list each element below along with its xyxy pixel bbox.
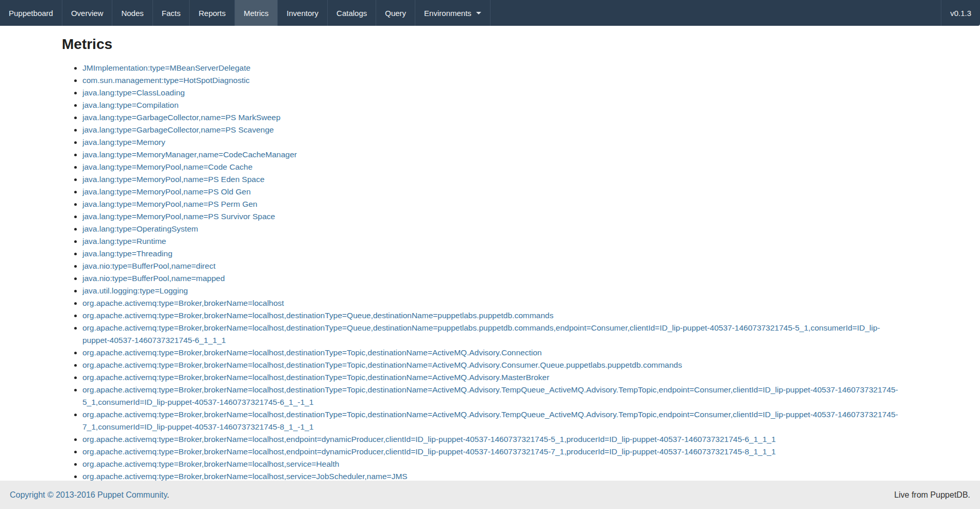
metric-link[interactable]: org.apache.activemq:type=Broker,brokerNa… (82, 360, 682, 369)
metric-link[interactable]: java.lang:type=GarbageCollector,name=PS … (82, 125, 274, 134)
metric-link[interactable]: java.lang:type=MemoryPool,name=Code Cach… (82, 162, 252, 171)
metric-link[interactable]: java.util.logging:type=Logging (82, 286, 188, 295)
metric-list-item: java.lang:type=OperatingSystem (82, 223, 907, 235)
nav-item-label: Nodes (121, 9, 143, 18)
metric-list-item: org.apache.activemq:type=Broker,brokerNa… (82, 371, 907, 384)
navbar-right: v0.1.3 (941, 0, 980, 26)
metric-link[interactable]: java.lang:type=MemoryPool,name=PS Perm G… (82, 200, 257, 208)
metric-list-item: java.lang:type=MemoryManager,name=CodeCa… (82, 149, 907, 161)
metric-list-item: org.apache.activemq:type=Broker,brokerNa… (82, 309, 907, 322)
metric-list-item: org.apache.activemq:type=Broker,brokerNa… (82, 446, 907, 458)
navbar-items: Puppetboard Overview Nodes Facts Reports (0, 0, 491, 26)
copyright-suffix: . (167, 490, 169, 499)
metric-list-item: org.apache.activemq:type=Broker,brokerNa… (82, 297, 907, 309)
metric-link[interactable]: org.apache.activemq:type=Broker,brokerNa… (82, 472, 408, 481)
metric-list-item: java.lang:type=MemoryPool,name=PS Surviv… (82, 210, 907, 223)
metric-link[interactable]: java.lang:type=Runtime (82, 237, 166, 245)
copyright-link[interactable]: Copyright © 2013-2016 Puppet Community (10, 490, 167, 499)
metric-link[interactable]: org.apache.activemq:type=Broker,brokerNa… (82, 311, 553, 320)
nav-item-label: Overview (71, 9, 104, 18)
metric-link[interactable]: java.lang:type=ClassLoading (82, 88, 185, 97)
metric-link[interactable]: java.lang:type=Compilation (82, 101, 179, 109)
metric-list-item: org.apache.activemq:type=Broker,brokerNa… (82, 322, 907, 347)
nav-item-label: Reports (198, 9, 226, 18)
puppetdb-status: Live from PuppetDB. (894, 490, 970, 500)
metric-link[interactable]: org.apache.activemq:type=Broker,brokerNa… (82, 299, 284, 307)
metric-link[interactable]: java.lang:type=Threading (82, 249, 173, 258)
metric-list-item: java.lang:type=Runtime (82, 235, 907, 248)
metric-list-item: java.lang:type=Memory (82, 136, 907, 149)
metric-list-item: com.sun.management:type=HotSpotDiagnosti… (82, 74, 907, 87)
metric-list-item: java.lang:type=Compilation (82, 99, 907, 111)
metric-link[interactable]: org.apache.activemq:type=Broker,brokerNa… (82, 435, 776, 444)
metric-link[interactable]: java.lang:type=MemoryPool,name=PS Old Ge… (82, 187, 251, 196)
metric-link[interactable]: org.apache.activemq:type=Broker,brokerNa… (82, 373, 549, 382)
metric-link[interactable]: java.nio:type=BufferPool,name=direct (82, 261, 215, 270)
nav-item-label: Metrics (244, 9, 268, 18)
metric-link[interactable]: org.apache.activemq:type=Broker,brokerNa… (82, 447, 776, 456)
metric-list-item: org.apache.activemq:type=Broker,brokerNa… (82, 408, 907, 433)
version-text: v0.1.3 (950, 9, 971, 18)
nav-item-label: Facts (162, 9, 181, 18)
nav-item-label: Puppetboard (9, 9, 53, 18)
metric-link[interactable]: java.lang:type=OperatingSystem (82, 224, 198, 233)
page-title: Metrics (62, 35, 907, 54)
metric-link[interactable]: java.lang:type=Memory (82, 138, 165, 146)
metric-list-item: org.apache.activemq:type=Broker,brokerNa… (82, 384, 907, 408)
nav-item-catalogs[interactable]: Catalogs (328, 0, 376, 26)
main-content: Metrics JMImplementation:type=MBeanServe… (0, 35, 980, 509)
metric-list-item: JMImplementation:type=MBeanServerDelegat… (82, 62, 907, 74)
nav-item-facts[interactable]: Facts (153, 0, 190, 26)
metric-link[interactable]: org.apache.activemq:type=Broker,brokerNa… (82, 410, 898, 431)
metric-list-item: java.lang:type=ClassLoading (82, 87, 907, 99)
metric-list-item: java.lang:type=MemoryPool,name=PS Old Ge… (82, 186, 907, 198)
nav-item-nodes[interactable]: Nodes (112, 0, 153, 26)
nav-item-overview[interactable]: Overview (62, 0, 113, 26)
metric-list-item: java.util.logging:type=Logging (82, 285, 907, 297)
metric-list-item: java.lang:type=Threading (82, 248, 907, 260)
nav-item-puppetboard[interactable]: Puppetboard (0, 0, 62, 26)
metric-link[interactable]: java.lang:type=MemoryPool,name=PS Eden S… (82, 175, 264, 184)
nav-item-label: Inventory (286, 9, 318, 18)
metric-list-item: org.apache.activemq:type=Broker,brokerNa… (82, 359, 907, 371)
top-navbar: Puppetboard Overview Nodes Facts Reports (0, 0, 980, 26)
metric-list-item: java.lang:type=MemoryPool,name=PS Eden S… (82, 173, 907, 186)
metric-list-item: java.lang:type=MemoryPool,name=Code Cach… (82, 161, 907, 173)
metric-list-item: java.nio:type=BufferPool,name=mapped (82, 272, 907, 285)
nav-item-label: Environments (424, 9, 471, 18)
metrics-list: JMImplementation:type=MBeanServerDelegat… (62, 62, 907, 483)
nav-item-metrics[interactable]: Metrics (235, 0, 278, 26)
metric-list-item: java.lang:type=GarbageCollector,name=PS … (82, 111, 907, 124)
nav-item-label: Catalogs (336, 9, 367, 18)
nav-item-reports[interactable]: Reports (190, 0, 235, 26)
metric-list-item: java.lang:type=MemoryPool,name=PS Perm G… (82, 198, 907, 210)
metric-link[interactable]: JMImplementation:type=MBeanServerDelegat… (82, 63, 250, 72)
version-label: v0.1.3 (941, 0, 980, 26)
metric-list-item: org.apache.activemq:type=Broker,brokerNa… (82, 433, 907, 446)
metric-list-item: org.apache.activemq:type=Broker,brokerNa… (82, 458, 907, 470)
nav-item-inventory[interactable]: Inventory (278, 0, 328, 26)
footer-copyright: Copyright © 2013-2016 Puppet Community. (10, 490, 169, 500)
metric-link[interactable]: java.nio:type=BufferPool,name=mapped (82, 274, 225, 283)
metric-link[interactable]: org.apache.activemq:type=Broker,brokerNa… (82, 323, 880, 344)
metric-link[interactable]: java.lang:type=MemoryManager,name=CodeCa… (82, 150, 297, 159)
metric-link[interactable]: java.lang:type=MemoryPool,name=PS Surviv… (82, 212, 275, 221)
metric-link[interactable]: java.lang:type=GarbageCollector,name=PS … (82, 113, 280, 122)
metric-link[interactable]: org.apache.activemq:type=Broker,brokerNa… (82, 348, 542, 357)
nav-item-label: Query (385, 9, 406, 18)
nav-item-environments[interactable]: Environments (415, 0, 491, 26)
metric-list-item: java.nio:type=BufferPool,name=direct (82, 260, 907, 272)
metric-list-item: org.apache.activemq:type=Broker,brokerNa… (82, 347, 907, 359)
footer: Copyright © 2013-2016 Puppet Community. … (0, 481, 980, 509)
metric-link[interactable]: com.sun.management:type=HotSpotDiagnosti… (82, 76, 249, 85)
metric-list-item: java.lang:type=GarbageCollector,name=PS … (82, 124, 907, 136)
metric-link[interactable]: org.apache.activemq:type=Broker,brokerNa… (82, 459, 339, 468)
chevron-down-icon (476, 12, 481, 14)
nav-item-query[interactable]: Query (376, 0, 415, 26)
metric-link[interactable]: org.apache.activemq:type=Broker,brokerNa… (82, 385, 898, 406)
